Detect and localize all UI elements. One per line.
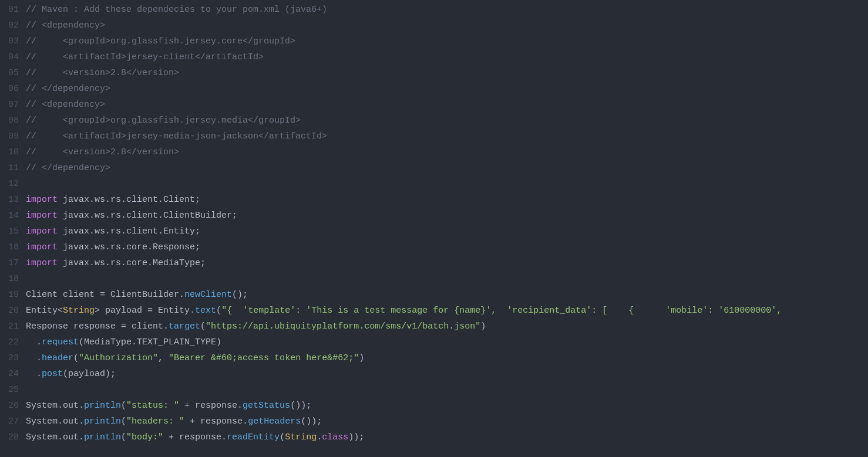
- line-number: 16: [0, 239, 21, 255]
- code-line: 15import javax.ws.rs.client.Entity;: [0, 224, 868, 239]
- code-line: 12: [0, 176, 868, 192]
- line-number: 01: [0, 2, 21, 18]
- code-line: 04// <artifactId>jersey-client</artifact…: [0, 49, 868, 65]
- line-number: 06: [0, 81, 21, 97]
- code-content[interactable]: // <artifactId>jersey-media-json-jackson…: [21, 128, 327, 144]
- code-line: 22 .request(MediaType.TEXT_PLAIN_TYPE): [0, 334, 868, 350]
- code-line: 01// Maven : Add these dependecies to yo…: [0, 2, 868, 18]
- code-content[interactable]: import javax.ws.rs.client.Entity;: [21, 224, 200, 239]
- code-content[interactable]: // </dependency>: [21, 81, 110, 97]
- code-content[interactable]: // <groupId>org.glassfish.jersey.media</…: [21, 113, 301, 128]
- code-line: 18: [0, 271, 868, 287]
- line-number: 27: [0, 414, 21, 429]
- code-line: 13import javax.ws.rs.client.Client;: [0, 192, 868, 208]
- code-content[interactable]: // Maven : Add these dependecies to your…: [21, 2, 327, 18]
- code-line: 10// <version>2.8</version>: [0, 144, 868, 160]
- code-line: 26System.out.println("status: " + respon…: [0, 398, 868, 414]
- code-line: 17import javax.ws.rs.core.MediaType;: [0, 255, 868, 271]
- line-number: 10: [0, 144, 21, 160]
- code-content[interactable]: .post(payload);: [21, 366, 116, 382]
- line-number: 05: [0, 65, 21, 81]
- code-content[interactable]: Response response = client.target("https…: [21, 319, 486, 334]
- code-line: 24 .post(payload);: [0, 366, 868, 382]
- code-line: 23 .header("Authorization", "Bearer &#60…: [0, 350, 868, 366]
- code-line: 27System.out.println("headers: " + respo…: [0, 414, 868, 429]
- code-line: 19Client client = ClientBuilder.newClien…: [0, 287, 868, 303]
- code-line: 16import javax.ws.rs.core.Response;: [0, 239, 868, 255]
- code-line: 06// </dependency>: [0, 81, 868, 97]
- code-content[interactable]: // <groupId>org.glassfish.jersey.core</g…: [21, 33, 295, 49]
- code-content[interactable]: System.out.println("body:" + response.re…: [21, 429, 364, 445]
- line-number: 26: [0, 398, 21, 414]
- code-content[interactable]: // <dependency>: [21, 97, 105, 113]
- code-line: 09// <artifactId>jersey-media-json-jacks…: [0, 128, 868, 144]
- line-number: 22: [0, 334, 21, 350]
- code-content[interactable]: // </dependency>: [21, 160, 110, 176]
- line-number: 24: [0, 366, 21, 382]
- line-number: 23: [0, 350, 21, 366]
- line-number: 08: [0, 113, 21, 128]
- code-content[interactable]: // <dependency>: [21, 18, 105, 33]
- code-content[interactable]: .request(MediaType.TEXT_PLAIN_TYPE): [21, 334, 221, 350]
- code-line: 07// <dependency>: [0, 97, 868, 113]
- code-line: 08// <groupId>org.glassfish.jersey.media…: [0, 113, 868, 128]
- line-number: 20: [0, 303, 21, 319]
- code-content[interactable]: Client client = ClientBuilder.newClient(…: [21, 287, 248, 303]
- code-line: 14import javax.ws.rs.client.ClientBuilde…: [0, 208, 868, 224]
- code-line: 11// </dependency>: [0, 160, 868, 176]
- line-number: 14: [0, 208, 21, 224]
- code-content[interactable]: .header("Authorization", "Bearer &#60;ac…: [21, 350, 364, 366]
- line-number: 07: [0, 97, 21, 113]
- code-line: 02// <dependency>: [0, 18, 868, 33]
- line-number: 09: [0, 128, 21, 144]
- code-line: 03// <groupId>org.glassfish.jersey.core<…: [0, 33, 868, 49]
- line-number: 21: [0, 319, 21, 334]
- code-content[interactable]: import javax.ws.rs.client.ClientBuilder;: [21, 208, 237, 224]
- line-number: 13: [0, 192, 21, 208]
- code-line: 25: [0, 382, 868, 398]
- line-number: 03: [0, 33, 21, 49]
- line-number: 12: [0, 176, 21, 192]
- line-number: 25: [0, 382, 21, 398]
- line-number: 18: [0, 271, 21, 287]
- code-content[interactable]: import javax.ws.rs.core.Response;: [21, 239, 200, 255]
- line-number: 19: [0, 287, 21, 303]
- code-content[interactable]: import javax.ws.rs.client.Client;: [21, 192, 200, 208]
- code-content[interactable]: System.out.println("status: " + response…: [21, 398, 311, 414]
- line-number: 04: [0, 49, 21, 65]
- code-line: 20Entity<String> payload = Entity.text("…: [0, 303, 868, 319]
- code-content[interactable]: System.out.println("headers: " + respons…: [21, 414, 322, 429]
- code-content[interactable]: // <version>2.8</version>: [21, 144, 179, 160]
- line-number: 17: [0, 255, 21, 271]
- code-line: 21Response response = client.target("htt…: [0, 319, 868, 334]
- code-content[interactable]: Entity<String> payload = Entity.text("{ …: [21, 303, 782, 319]
- code-block: 01// Maven : Add these dependecies to yo…: [0, 0, 868, 450]
- line-number: 15: [0, 224, 21, 239]
- code-line: 05// <version>2.8</version>: [0, 65, 868, 81]
- line-number: 02: [0, 18, 21, 33]
- code-content[interactable]: // <version>2.8</version>: [21, 65, 179, 81]
- code-content[interactable]: // <artifactId>jersey-client</artifactId…: [21, 49, 264, 65]
- code-line: 28System.out.println("body:" + response.…: [0, 429, 868, 445]
- code-content[interactable]: import javax.ws.rs.core.MediaType;: [21, 255, 206, 271]
- line-number: 28: [0, 429, 21, 445]
- line-number: 11: [0, 160, 21, 176]
